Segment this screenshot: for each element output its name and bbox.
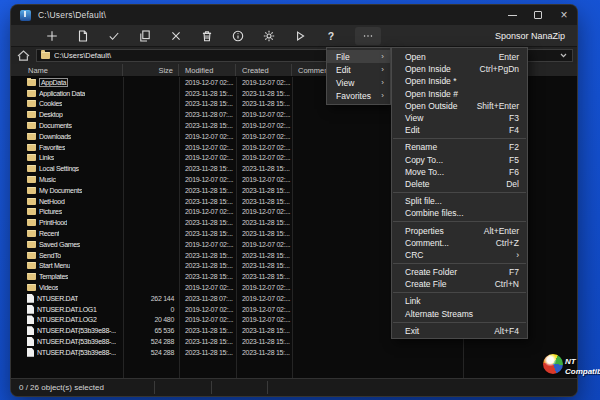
folder-icon <box>27 154 36 161</box>
test-button[interactable] <box>103 27 125 45</box>
menu-item-combine-files[interactable]: Combine files... <box>392 207 527 219</box>
menu-item-open[interactable]: OpenEnter <box>392 51 527 63</box>
file-icon <box>27 348 34 357</box>
close-button[interactable]: × <box>551 5 577 25</box>
file-created: 2019-12-07 02:... <box>236 176 292 183</box>
maximize-button[interactable] <box>525 5 551 25</box>
menu-separator <box>393 221 526 222</box>
submenu-arrow-icon: › <box>381 91 384 100</box>
file-created: 2019-12-07 02:... <box>236 133 292 140</box>
menu-item-favorites[interactable]: Favorites› <box>327 89 390 102</box>
folder-icon <box>27 219 36 226</box>
menu-item-copy-to[interactable]: Copy To...F5 <box>392 154 527 166</box>
menu-item-move-to[interactable]: Move To...F6 <box>392 166 527 178</box>
file-created: 2023-11-28 15:... <box>236 349 292 356</box>
add-button[interactable] <box>41 27 63 45</box>
copy-button[interactable] <box>134 27 156 45</box>
menu-item-edit[interactable]: Edit› <box>327 63 390 76</box>
options-icon <box>263 30 275 42</box>
file-name: AppData <box>39 78 68 87</box>
app-icon <box>20 10 31 21</box>
sponsor-nanazip-button[interactable]: Sponsor NanaZip <box>495 31 565 41</box>
folder-icon <box>27 133 36 140</box>
menu-item-delete[interactable]: DeleteDel <box>392 178 527 190</box>
menu-item-open-inside[interactable]: Open Inside # <box>392 88 527 100</box>
chevron-down-icon <box>560 53 567 58</box>
menu-item-create-folder[interactable]: Create FolderF7 <box>392 266 527 278</box>
menu-item-open-inside[interactable]: Open InsideCtrl+PgDn <box>392 63 527 75</box>
file-modified: 2023-11-28 15:... <box>179 273 236 280</box>
column-header-size[interactable]: Size <box>123 64 179 76</box>
help-icon: ? <box>325 30 337 42</box>
file-name: NTUSER.DAT{53b39e88-... <box>37 338 116 345</box>
file-created: 2023-11-28 15:... <box>236 198 292 205</box>
file-modified: 2023-11-28 07:... <box>179 295 236 302</box>
menu-item-split-file[interactable]: Split file... <box>392 195 527 207</box>
menu-item-open-inside[interactable]: Open Inside * <box>392 75 527 87</box>
file-name: Local Settings <box>39 165 79 172</box>
menu-separator <box>393 138 526 139</box>
menu-item-edit[interactable]: EditF4 <box>392 124 527 136</box>
column-header-created[interactable]: Created <box>236 64 292 76</box>
menu-item-link[interactable]: Link <box>392 295 527 307</box>
file-created: 2019-12-07 02:... <box>236 241 292 248</box>
menu-separator <box>393 292 526 293</box>
menu-item-create-file[interactable]: Create FileCtrl+N <box>392 278 527 290</box>
menu-shortcut: Ctrl+PgDn <box>480 64 519 74</box>
file-modified: 2023-11-28 15:... <box>179 230 236 237</box>
main-menu-popup: File›Edit›View›Favorites› <box>326 47 391 105</box>
menu-shortcut: Enter <box>499 52 519 62</box>
file-created: 2019-12-07 02:... <box>236 111 292 118</box>
submenu-arrow-icon: › <box>381 65 384 74</box>
table-row[interactable]: NTUSER.DAT{53b39e88-... 524 288 2023-11-… <box>11 347 577 358</box>
info-button[interactable] <box>227 27 249 45</box>
menu-shortcut: F5 <box>509 155 519 165</box>
menu-item-view[interactable]: View› <box>327 76 390 89</box>
title-bar[interactable]: C:\Users\Default\ × <box>11 5 577 25</box>
menu-item-exit[interactable]: ExitAlt+F4 <box>392 325 527 337</box>
extract-button[interactable] <box>72 27 94 45</box>
delete-button[interactable] <box>196 27 218 45</box>
root-folder-button[interactable] <box>15 50 32 61</box>
file-name: Templates <box>39 273 68 280</box>
options-button[interactable] <box>258 27 280 45</box>
file-modified: 2019-12-07 02:... <box>179 133 236 140</box>
file-modified: 2019-12-07 02:... <box>179 144 236 151</box>
file-size: 262 144 <box>123 295 179 302</box>
menu-item-file[interactable]: File› <box>327 50 390 63</box>
address-dropdown-button[interactable] <box>559 53 568 58</box>
file-created: 2023-11-28 15:... <box>236 187 292 194</box>
benchmark-icon <box>294 30 306 42</box>
column-header-modified[interactable]: Modified <box>179 64 236 76</box>
maximize-icon <box>534 11 542 19</box>
folder-icon <box>27 165 36 172</box>
menu-shortcut: F3 <box>509 113 519 123</box>
menu-item-alternate-streams[interactable]: Alternate Streams <box>392 308 527 320</box>
file-name: Links <box>39 154 54 161</box>
folder-icon <box>27 198 36 205</box>
folder-icon <box>27 111 36 118</box>
minimize-icon <box>508 15 517 16</box>
minimize-button[interactable] <box>499 5 525 25</box>
menu-item-properties[interactable]: PropertiesAlt+Enter <box>392 224 527 236</box>
menu-shortcut: Ctrl+Z <box>496 238 519 248</box>
file-created: 2019-12-07 02:... <box>236 295 292 302</box>
menu-item-rename[interactable]: RenameF2 <box>392 141 527 153</box>
menu-item-view[interactable]: ViewF3 <box>392 112 527 124</box>
menu-item-crc[interactable]: CRC› <box>392 249 527 261</box>
file-submenu-popup: OpenEnterOpen InsideCtrl+PgDnOpen Inside… <box>391 47 528 339</box>
menu-item-comment[interactable]: Comment...Ctrl+Z <box>392 237 527 249</box>
help-button[interactable]: ? <box>320 27 342 45</box>
move-button[interactable] <box>165 27 187 45</box>
file-created: 2019-12-07 02:... <box>236 306 292 313</box>
file-modified: 2023-11-28 07:... <box>179 111 236 118</box>
menu-item-open-outside[interactable]: Open OutsideShift+Enter <box>392 100 527 112</box>
folder-icon <box>27 273 36 280</box>
file-created: 2023-11-28 15:... <box>236 219 292 226</box>
menu-shortcut: F6 <box>509 167 519 177</box>
benchmark-button[interactable] <box>289 27 311 45</box>
more-options-button[interactable] <box>355 27 381 45</box>
file-modified: 2023-11-28 15:... <box>179 262 236 269</box>
file-created: 2019-12-07 02:... <box>236 154 292 161</box>
column-header-name[interactable]: Name <box>11 64 123 76</box>
